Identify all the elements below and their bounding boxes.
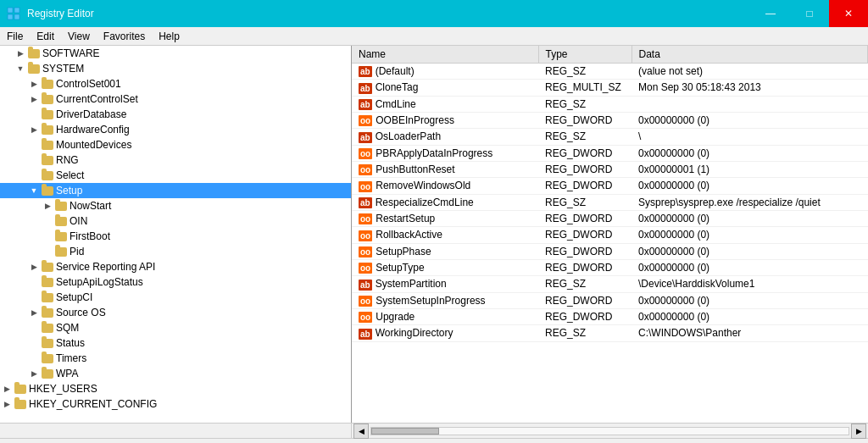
tree-item-status[interactable]: Status [0,335,351,351]
expander-wpa[interactable]: ▶ [27,366,41,381]
expander-sqm[interactable] [27,320,41,335]
svg-rect-0 [8,8,13,13]
expander-sourceos[interactable]: ▶ [27,305,41,320]
scroll-track[interactable] [370,427,849,435]
column-data[interactable]: Data [632,46,868,64]
scroll-right-button[interactable]: ▶ [851,424,866,439]
menu-edit[interactable]: Edit [30,29,61,44]
tree-item-hkeycurrentconfig[interactable]: ▶HKEY_CURRENT_CONFIG [0,396,351,412]
table-row[interactable]: ooPBRApplyDataInProgressREG_DWORD0x00000… [352,145,868,161]
expander-hardwareconfig[interactable]: ▶ [27,122,41,137]
cell-type: REG_DWORD [538,292,632,308]
tree-label-pid: Pid [70,246,84,257]
expander-driverdatabase[interactable] [27,107,41,122]
tree-item-wpa[interactable]: ▶WPA [0,366,351,381]
tree-item-rng[interactable]: RNG [0,152,351,168]
column-name[interactable]: Name [352,46,538,64]
expander-timers[interactable] [27,351,41,366]
expander-setupci[interactable] [27,290,41,305]
expander-rng[interactable] [27,152,41,168]
table-row[interactable]: abCmdLineREG_SZ [352,96,868,112]
tree-label-sourceos: Source OS [56,307,106,318]
expander-system[interactable]: ▼ [14,61,27,76]
tree-item-setup[interactable]: ▼Setup [0,183,351,198]
tree-item-nowstart[interactable]: ▶NowStart [0,198,351,213]
reg-dword-icon: oo [359,115,372,126]
table-row[interactable]: ooRollbackActiveREG_DWORD0x00000000 (0) [352,227,868,243]
expander-oin[interactable] [41,213,54,229]
tree-pane[interactable]: ▶SOFTWARE▼SYSTEM▶ControlSet001▶CurrentCo… [0,46,352,423]
expander-setup[interactable]: ▼ [27,183,41,198]
registry-values-pane[interactable]: Name Type Data ab(Default)REG_SZ(value n… [352,46,868,423]
scroll-thumb[interactable] [371,428,439,435]
tree-scroll[interactable]: ▶SOFTWARE▼SYSTEM▶ControlSet001▶CurrentCo… [0,46,351,423]
tree-item-servicereportingapi[interactable]: ▶Service Reporting API [0,259,351,274]
tree-item-firstboot[interactable]: FirstBoot [0,229,351,244]
table-row[interactable]: ooSystemSetupInProgressREG_DWORD0x000000… [352,292,868,308]
tree-item-mounteddevices[interactable]: MountedDevices [0,137,351,152]
tree-item-setupci[interactable]: SetupCI [0,290,351,305]
folder-icon-mounteddevices [41,138,54,152]
expander-select[interactable] [27,168,41,183]
tree-item-system[interactable]: ▼SYSTEM [0,61,351,76]
expander-firstboot[interactable] [41,229,54,244]
maximize-button[interactable]: □ [790,0,829,27]
expander-controlset001[interactable]: ▶ [27,76,41,91]
table-row[interactable]: ooPushButtonResetREG_DWORD0x00000001 (1) [352,161,868,177]
tree-item-pid[interactable]: Pid [0,244,351,259]
tree-item-software[interactable]: ▶SOFTWARE [0,46,351,61]
expander-mounteddevices[interactable] [27,137,41,152]
table-row[interactable]: abOsLoaderPathREG_SZ\ [352,129,868,145]
tree-label-controlset001: ControlSet001 [56,78,121,90]
table-row[interactable]: ooRestartSetupREG_DWORD0x00000000 (0) [352,210,868,226]
table-row[interactable]: ooSetupPhaseREG_DWORD0x00000000 (0) [352,243,868,259]
minimize-button[interactable]: — [751,0,790,27]
tree-item-currentcontrolset[interactable]: ▶CurrentControlSet [0,91,351,107]
tree-item-setupapilogstatus[interactable]: SetupApiLogStatus [0,274,351,290]
table-row[interactable]: abSystemPartitionREG_SZ\Device\HarddiskV… [352,276,868,292]
registry-table: Name Type Data ab(Default)REG_SZ(value n… [352,46,868,342]
expander-hkeyusers[interactable]: ▶ [0,381,14,396]
table-row[interactable]: ooRemoveWindowsOldREG_DWORD0x00000000 (0… [352,178,868,194]
tree-item-timers[interactable]: Timers [0,351,351,366]
menu-file[interactable]: File [0,29,30,44]
tree-item-hardwareconfig[interactable]: ▶HardwareConfig [0,122,351,137]
menu-favorites[interactable]: Favorites [97,29,152,44]
expander-currentcontrolset[interactable]: ▶ [27,91,41,107]
tree-label-nowstart: NowStart [70,200,111,212]
expander-status[interactable] [27,335,41,351]
cell-name: ooRemoveWindowsOld [352,178,538,194]
menu-help[interactable]: Help [152,29,186,44]
table-row[interactable]: ooOOBEInProgressREG_DWORD0x00000000 (0) [352,112,868,128]
horizontal-scrollbar[interactable]: ◀ ▶ [0,423,868,438]
menu-view[interactable]: View [61,29,97,44]
table-row[interactable]: abRespecializeCmdLineREG_SZSysprep\syspr… [352,194,868,210]
tree-label-wpa: WPA [56,368,78,379]
expander-hkeycurrentconfig[interactable]: ▶ [0,396,14,412]
tree-item-controlset001[interactable]: ▶ControlSet001 [0,76,351,91]
column-type[interactable]: Type [538,46,632,64]
tree-item-oin[interactable]: OIN [0,213,351,229]
expander-servicereportingapi[interactable]: ▶ [27,259,41,274]
reg-string-icon: ab [359,280,372,291]
tree-item-sourceos[interactable]: ▶Source OS [0,305,351,320]
tree-label-status: Status [56,337,85,349]
expander-software[interactable]: ▶ [14,46,27,61]
expander-pid[interactable] [41,244,54,259]
table-row[interactable]: ab(Default)REG_SZ(value not set) [352,64,868,80]
folder-icon-sqm [41,321,54,335]
scroll-left-button[interactable]: ◀ [353,424,369,439]
close-button[interactable]: ✕ [829,0,868,27]
tree-item-select[interactable]: Select [0,168,351,183]
folder-icon-system [27,62,41,75]
tree-item-sqm[interactable]: SQM [0,320,351,335]
table-row[interactable]: abCloneTagREG_MULTI_SZMon Sep 30 05:18:4… [352,80,868,96]
expander-nowstart[interactable]: ▶ [41,198,54,213]
tree-item-hkeyusers[interactable]: ▶HKEY_USERS [0,381,351,396]
table-row[interactable]: ooSetupTypeREG_DWORD0x00000000 (0) [352,259,868,275]
expander-setupapilogstatus[interactable] [27,274,41,290]
table-row[interactable]: abWorkingDirectoryREG_SZC:\WINDOWS\Panth… [352,325,868,341]
table-row[interactable]: ooUpgradeREG_DWORD0x00000000 (0) [352,308,868,324]
cell-type: REG_DWORD [538,227,632,243]
tree-item-driverdatabase[interactable]: DriverDatabase [0,107,351,122]
